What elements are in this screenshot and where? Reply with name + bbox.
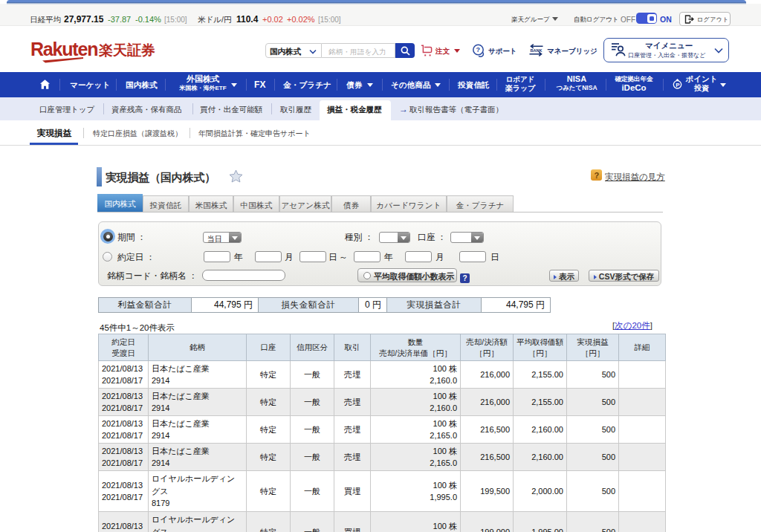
svg-text:P: P [676,82,680,88]
svg-text:BANK: BANK [531,48,543,53]
svg-text:?: ? [476,46,481,53]
